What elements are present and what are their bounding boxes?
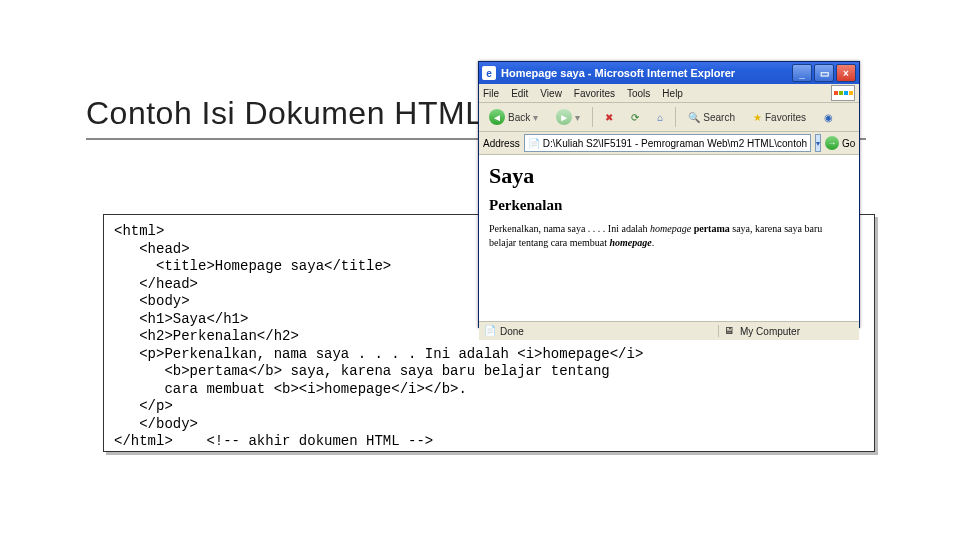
- slide: Contoh Isi Dokumen HTML <html> <head> <t…: [0, 0, 960, 540]
- back-arrow-icon: ◄: [489, 109, 505, 125]
- separator: [675, 107, 676, 127]
- stop-button[interactable]: ✖: [599, 110, 619, 125]
- menu-view[interactable]: View: [540, 88, 562, 99]
- maximize-button[interactable]: ▭: [814, 64, 834, 82]
- address-value: D:\Kuliah S2\IF5191 - Pemrograman Web\m2…: [543, 138, 807, 149]
- go-button[interactable]: → Go: [825, 136, 855, 150]
- menu-tools[interactable]: Tools: [627, 88, 650, 99]
- stop-icon: ✖: [605, 112, 613, 123]
- code-line: </p>: [114, 398, 173, 414]
- code-line: <html>: [114, 223, 164, 239]
- code-line: <title>Homepage saya</title>: [114, 258, 391, 274]
- status-text: Done: [500, 326, 524, 337]
- refresh-icon: ⟳: [631, 112, 639, 123]
- search-icon: 🔍: [688, 112, 700, 123]
- page-done-icon: 📄: [484, 325, 496, 337]
- favorites-button[interactable]: ★ Favorites: [747, 110, 812, 125]
- code-line: </html> <!-- akhir dokumen HTML -->: [114, 433, 433, 449]
- address-input[interactable]: 📄 D:\Kuliah S2\IF5191 - Pemrograman Web\…: [524, 134, 811, 152]
- dropdown-icon: ▾: [533, 112, 538, 123]
- titlebar: e Homepage saya - Microsoft Internet Exp…: [479, 62, 859, 84]
- media-button[interactable]: ◉: [818, 110, 839, 125]
- minimize-button[interactable]: _: [792, 64, 812, 82]
- page-h1: Saya: [489, 163, 849, 189]
- code-line: <head>: [114, 241, 190, 257]
- text-italic: homepage: [650, 223, 691, 234]
- code-line: </body>: [114, 416, 198, 432]
- toolbar: ◄ Back ▾ ► ▾ ✖ ⟳ ⌂ 🔍 Search ★ Favorites …: [479, 103, 859, 132]
- home-button[interactable]: ⌂: [651, 110, 669, 125]
- menu-help[interactable]: Help: [662, 88, 683, 99]
- search-button[interactable]: 🔍 Search: [682, 110, 741, 125]
- menu-file[interactable]: File: [483, 88, 499, 99]
- dropdown-icon: ▾: [575, 112, 580, 123]
- page-icon: 📄: [528, 138, 540, 149]
- text-bold: pertama: [694, 223, 730, 234]
- text-bold-italic: homepage: [610, 237, 652, 248]
- code-line: <body>: [114, 293, 190, 309]
- code-line: <h2>Perkenalan</h2>: [114, 328, 299, 344]
- code-line: <h1>Saya</h1>: [114, 311, 248, 327]
- favorites-label: Favorites: [765, 112, 806, 123]
- forward-arrow-icon: ►: [556, 109, 572, 125]
- code-line: </head>: [114, 276, 198, 292]
- menu-edit[interactable]: Edit: [511, 88, 528, 99]
- go-label: Go: [842, 138, 855, 149]
- code-line: <b>pertama</b> saya, karena saya baru be…: [114, 363, 610, 379]
- zone-text: My Computer: [740, 326, 800, 337]
- address-label: Address: [483, 138, 520, 149]
- page-h2: Perkenalan: [489, 197, 849, 214]
- code-line: cara membuat <b><i>homepage</i></b>.: [114, 381, 467, 397]
- my-computer-icon: 🖥: [724, 325, 736, 337]
- address-dropdown-button[interactable]: ▾: [815, 134, 821, 152]
- page-paragraph: Perkenalkan, nama saya . . . . Ini adala…: [489, 222, 849, 250]
- windows-logo-icon: [831, 85, 855, 101]
- refresh-button[interactable]: ⟳: [625, 110, 645, 125]
- menubar: File Edit View Favorites Tools Help: [479, 84, 859, 103]
- address-bar: Address 📄 D:\Kuliah S2\IF5191 - Pemrogra…: [479, 132, 859, 155]
- home-icon: ⌂: [657, 112, 663, 123]
- menu-favorites[interactable]: Favorites: [574, 88, 615, 99]
- search-label: Search: [703, 112, 735, 123]
- browser-window: e Homepage saya - Microsoft Internet Exp…: [478, 61, 860, 328]
- close-button[interactable]: ×: [836, 64, 856, 82]
- window-title: Homepage saya - Microsoft Internet Explo…: [501, 67, 790, 79]
- status-bar: 📄 Done 🖥 My Computer: [479, 321, 859, 340]
- code-line: <p>Perkenalkan, nama saya . . . . Ini ad…: [114, 346, 643, 362]
- forward-button[interactable]: ► ▾: [550, 107, 586, 127]
- page-content: Saya Perkenalan Perkenalkan, nama saya .…: [479, 155, 859, 321]
- separator: [592, 107, 593, 127]
- star-icon: ★: [753, 112, 762, 123]
- back-label: Back: [508, 112, 530, 123]
- text: .: [652, 237, 655, 248]
- ie-icon: e: [482, 66, 496, 80]
- text: Perkenalkan, nama saya . . . . Ini adala…: [489, 223, 650, 234]
- back-button[interactable]: ◄ Back ▾: [483, 107, 544, 127]
- go-arrow-icon: →: [825, 136, 839, 150]
- media-icon: ◉: [824, 112, 833, 123]
